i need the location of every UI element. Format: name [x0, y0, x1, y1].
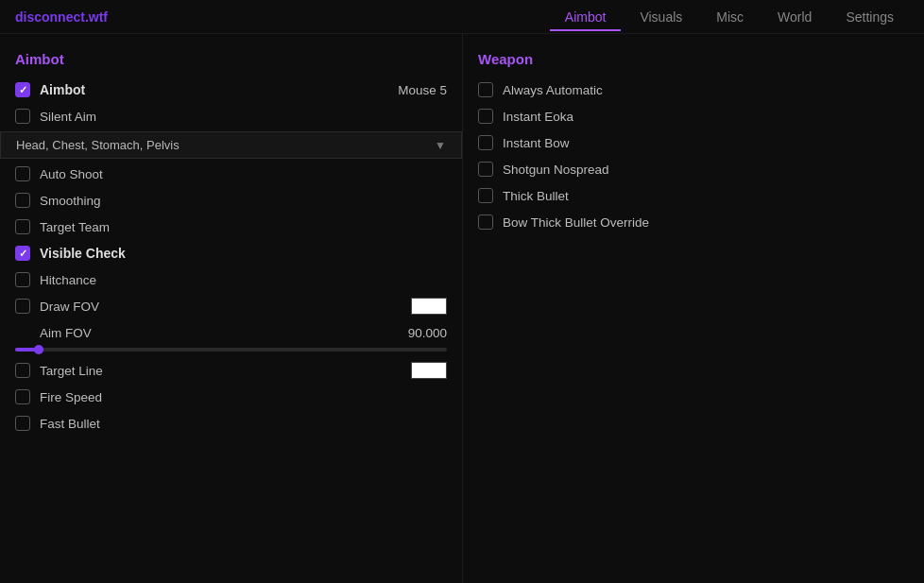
aimbot-row: Aimbot Mouse 5 — [0, 77, 462, 103]
draw-fov-label: Draw FOV — [40, 300, 411, 314]
tab-visuals[interactable]: Visuals — [625, 4, 697, 30]
target-team-checkbox[interactable] — [15, 219, 30, 234]
aim-fov-value: 90.000 — [408, 326, 447, 340]
thick-bullet-checkbox[interactable] — [478, 188, 493, 203]
fire-speed-row: Fire Speed — [0, 384, 462, 410]
hitchance-label: Hitchance — [40, 273, 447, 287]
slider-track — [15, 348, 447, 352]
nav-tabs: Aimbot Visuals Misc World Settings — [550, 4, 909, 30]
smoothing-checkbox[interactable] — [15, 193, 30, 208]
fast-bullet-checkbox[interactable] — [15, 416, 30, 431]
topbar: disconnect.wtf Aimbot Visuals Misc World… — [0, 0, 924, 34]
hitchance-checkbox[interactable] — [15, 272, 30, 287]
target-team-label: Target Team — [40, 220, 447, 234]
dropdown-value: Head, Chest, Stomach, Pelvis — [16, 138, 435, 152]
chevron-down-icon: ▼ — [435, 139, 446, 152]
draw-fov-checkbox[interactable] — [15, 299, 30, 314]
tab-world[interactable]: World — [762, 4, 827, 30]
instant-bow-checkbox[interactable] — [478, 135, 493, 150]
fire-speed-label: Fire Speed — [40, 390, 447, 404]
aim-fov-label: Aim FOV — [15, 326, 401, 340]
bow-thick-bullet-override-label: Bow Thick Bullet Override — [503, 215, 909, 230]
auto-shoot-label: Auto Shoot — [40, 167, 447, 181]
draw-fov-row: Draw FOV — [0, 293, 462, 319]
instant-bow-label: Instant Bow — [503, 136, 909, 150]
silent-aim-checkbox[interactable] — [15, 109, 30, 124]
smoothing-row: Smoothing — [0, 187, 462, 214]
shotgun-nospread-label: Shotgun Nospread — [503, 163, 909, 177]
tab-misc[interactable]: Misc — [701, 4, 759, 30]
silent-aim-label: Silent Aim — [40, 110, 447, 124]
aimbot-label: Aimbot — [40, 82, 390, 97]
main-content: Aimbot Aimbot Mouse 5 Silent Aim Head, C… — [0, 34, 924, 583]
thick-bullet-label: Thick Bullet — [503, 189, 909, 203]
always-automatic-row: Always Automatic — [463, 77, 924, 103]
aimbot-section-title: Aimbot — [0, 43, 462, 77]
fast-bullet-label: Fast Bullet — [40, 417, 447, 431]
tab-settings[interactable]: Settings — [830, 4, 909, 30]
target-line-label: Target Line — [40, 364, 411, 378]
fire-speed-checkbox[interactable] — [15, 389, 30, 404]
bow-thick-bullet-override-row: Bow Thick Bullet Override — [463, 209, 924, 235]
visible-check-label: Visible Check — [40, 246, 447, 261]
auto-shoot-row: Auto Shoot — [0, 161, 462, 187]
tab-aimbot[interactable]: Aimbot — [550, 4, 622, 30]
target-team-row: Target Team — [0, 214, 462, 240]
aim-fov-slider[interactable] — [0, 346, 462, 357]
instant-eoka-checkbox[interactable] — [478, 109, 493, 124]
shotgun-nospread-checkbox[interactable] — [478, 162, 493, 177]
shotgun-nospread-row: Shotgun Nospread — [463, 156, 924, 182]
weapon-panel: Weapon Always Automatic Instant Eoka Ins… — [463, 34, 924, 583]
visible-check-row: Visible Check — [0, 240, 462, 266]
instant-bow-row: Instant Bow — [463, 129, 924, 156]
aimbot-panel: Aimbot Aimbot Mouse 5 Silent Aim Head, C… — [0, 34, 463, 583]
silent-aim-row: Silent Aim — [0, 103, 462, 129]
always-automatic-checkbox[interactable] — [478, 82, 493, 97]
aimbot-key-bind[interactable]: Mouse 5 — [398, 83, 447, 97]
always-automatic-label: Always Automatic — [503, 83, 909, 97]
fast-bullet-row: Fast Bullet — [0, 410, 462, 437]
target-line-color[interactable] — [411, 362, 447, 379]
slider-thumb[interactable] — [34, 345, 43, 354]
smoothing-label: Smoothing — [40, 194, 447, 208]
app-logo: disconnect.wtf — [15, 9, 108, 25]
aim-fov-row: Aim FOV 90.000 — [0, 319, 462, 346]
hitchance-row: Hitchance — [0, 266, 462, 293]
target-line-checkbox[interactable] — [15, 363, 30, 378]
auto-shoot-checkbox[interactable] — [15, 166, 30, 181]
instant-eoka-label: Instant Eoka — [503, 110, 909, 124]
bow-thick-bullet-override-checkbox[interactable] — [478, 214, 493, 230]
aimbot-checkbox[interactable] — [15, 82, 30, 97]
instant-eoka-row: Instant Eoka — [463, 103, 924, 129]
target-line-row: Target Line — [0, 357, 462, 384]
visible-check-checkbox[interactable] — [15, 246, 30, 261]
target-bone-dropdown[interactable]: Head, Chest, Stomach, Pelvis ▼ — [0, 131, 462, 159]
weapon-section-title: Weapon — [463, 43, 924, 77]
draw-fov-color[interactable] — [411, 298, 447, 315]
thick-bullet-row: Thick Bullet — [463, 182, 924, 209]
